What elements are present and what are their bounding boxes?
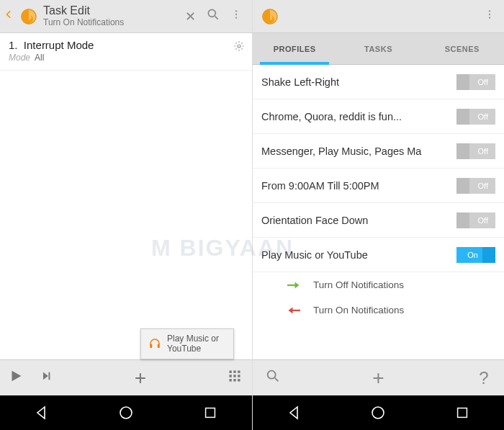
tooltip-text: Play Music or YouTube bbox=[167, 333, 226, 354]
nav-home-button[interactable] bbox=[116, 403, 136, 423]
android-navbar bbox=[0, 395, 252, 430]
left-toolbar: + bbox=[0, 359, 252, 395]
svg-rect-13 bbox=[230, 375, 232, 377]
switch-label: Off bbox=[478, 78, 488, 86]
nav-back-button[interactable] bbox=[284, 403, 305, 423]
task-edit-pane: Task Edit Turn On Notifications ✕ 1. Int… bbox=[0, 0, 252, 430]
tasker-logo-icon bbox=[19, 6, 39, 27]
switch-label: On bbox=[456, 251, 482, 259]
profile-toggle[interactable]: Off bbox=[456, 143, 495, 159]
profile-toggle[interactable]: Off bbox=[456, 109, 495, 125]
switch-label: Off bbox=[478, 216, 488, 225]
profile-label: Shake Left-Right bbox=[261, 76, 456, 88]
exit-task-label: Turn On Notifications bbox=[313, 305, 404, 315]
profiles-list: Shake Left-Right Off Chrome, Quora, redd… bbox=[253, 65, 504, 359]
tab-scenes[interactable]: SCENES bbox=[420, 33, 504, 64]
grid-icon[interactable] bbox=[217, 369, 252, 387]
svg-rect-10 bbox=[230, 371, 232, 373]
gear-icon[interactable] bbox=[233, 40, 245, 55]
switch-label: Off bbox=[478, 147, 488, 156]
profile-exit-task[interactable]: Turn On Notifications bbox=[253, 297, 504, 323]
step-button[interactable] bbox=[32, 369, 63, 386]
profile-label: Orientation Face Down bbox=[261, 215, 456, 226]
appbar-subtitle: Turn On Notifications bbox=[43, 18, 179, 28]
svg-point-29 bbox=[372, 407, 384, 418]
tasker-logo-icon bbox=[260, 6, 280, 27]
add-action-button[interactable]: + bbox=[123, 367, 158, 390]
enter-task-label: Turn Off Notifications bbox=[313, 279, 404, 290]
search-icon[interactable] bbox=[202, 7, 225, 25]
profiles-pane: PROFILES TASKS SCENES Shake Left-Right O… bbox=[252, 0, 504, 430]
svg-rect-18 bbox=[238, 379, 240, 381]
nav-home-button[interactable] bbox=[368, 403, 388, 423]
svg-point-23 bbox=[489, 14, 490, 15]
profile-row[interactable]: Messenger, Play Music, Pages Ma Off bbox=[253, 134, 504, 169]
profile-row[interactable]: Orientation Face Down Off bbox=[253, 203, 504, 238]
profile-row[interactable]: Shake Left-Right Off bbox=[253, 65, 504, 99]
help-button[interactable]: ? bbox=[464, 368, 504, 388]
svg-rect-11 bbox=[233, 371, 235, 373]
left-body: Play Music or YouTube bbox=[0, 71, 252, 359]
action-name: Interrupt Mode bbox=[24, 39, 94, 51]
svg-rect-8 bbox=[158, 344, 160, 348]
svg-line-2 bbox=[215, 17, 218, 19]
svg-point-6 bbox=[238, 45, 240, 48]
svg-rect-12 bbox=[238, 371, 240, 373]
back-icon[interactable] bbox=[4, 6, 17, 27]
svg-rect-30 bbox=[457, 408, 467, 418]
main-tabs: PROFILES TASKS SCENES bbox=[253, 33, 504, 65]
svg-rect-20 bbox=[205, 408, 215, 418]
profile-row[interactable]: From 9:00AM Till 5:00PM Off bbox=[253, 169, 504, 203]
svg-line-28 bbox=[275, 377, 279, 381]
overflow-menu-icon[interactable] bbox=[480, 7, 500, 25]
close-icon[interactable]: ✕ bbox=[179, 9, 202, 24]
profile-label: From 9:00AM Till 5:00PM bbox=[261, 180, 456, 192]
profile-enter-task[interactable]: Turn Off Notifications bbox=[253, 272, 504, 297]
action-index: 1. bbox=[9, 39, 18, 51]
svg-rect-9 bbox=[49, 372, 50, 380]
svg-rect-15 bbox=[238, 375, 240, 377]
right-appbar bbox=[253, 0, 504, 33]
svg-point-27 bbox=[268, 370, 276, 378]
android-navbar bbox=[253, 395, 504, 430]
tab-label: PROFILES bbox=[274, 45, 316, 53]
task-action-row[interactable]: 1. Interrupt Mode Mode All bbox=[0, 33, 252, 71]
profile-row[interactable]: Play Music or YouTube On bbox=[253, 238, 504, 272]
appbar-title: Task Edit bbox=[43, 4, 179, 17]
right-toolbar: + ? bbox=[253, 359, 504, 395]
tab-profiles[interactable]: PROFILES bbox=[253, 33, 336, 64]
nav-recent-button[interactable] bbox=[452, 403, 472, 423]
nav-back-button[interactable] bbox=[32, 403, 52, 423]
profile-label: Chrome, Quora, reddit is fun... bbox=[261, 111, 456, 122]
tab-label: SCENES bbox=[445, 45, 480, 53]
left-appbar: Task Edit Turn On Notifications ✕ bbox=[0, 0, 252, 33]
profile-toggle[interactable]: Off bbox=[456, 212, 495, 228]
arrow-right-green-icon bbox=[287, 280, 300, 290]
arrow-left-red-icon bbox=[287, 305, 300, 315]
nav-recent-button[interactable] bbox=[200, 403, 220, 423]
profile-toggle[interactable]: Off bbox=[456, 74, 495, 90]
action-mode-value: All bbox=[35, 53, 44, 63]
svg-point-3 bbox=[235, 10, 237, 12]
overflow-menu-icon[interactable] bbox=[225, 7, 248, 25]
add-profile-button[interactable]: + bbox=[293, 367, 464, 390]
svg-point-4 bbox=[235, 14, 237, 15]
headphones-icon bbox=[148, 337, 161, 350]
profile-label: Messenger, Play Music, Pages Ma bbox=[261, 145, 456, 157]
switch-label: Off bbox=[478, 112, 488, 121]
profile-row[interactable]: Chrome, Quora, reddit is fun... Off bbox=[253, 99, 504, 134]
profile-toggle[interactable]: On bbox=[456, 247, 495, 263]
tab-tasks[interactable]: TASKS bbox=[336, 33, 420, 64]
play-button[interactable] bbox=[0, 368, 32, 388]
svg-rect-14 bbox=[233, 375, 235, 377]
svg-rect-16 bbox=[230, 379, 232, 381]
search-button[interactable] bbox=[253, 368, 293, 388]
svg-point-1 bbox=[208, 9, 215, 17]
task-tooltip: Play Music or YouTube bbox=[140, 328, 234, 359]
svg-point-24 bbox=[489, 17, 490, 18]
profile-label: Play Music or YouTube bbox=[261, 249, 456, 261]
profile-toggle[interactable]: Off bbox=[456, 178, 495, 194]
svg-point-22 bbox=[489, 10, 490, 12]
svg-point-5 bbox=[235, 17, 237, 18]
svg-rect-7 bbox=[150, 344, 152, 348]
